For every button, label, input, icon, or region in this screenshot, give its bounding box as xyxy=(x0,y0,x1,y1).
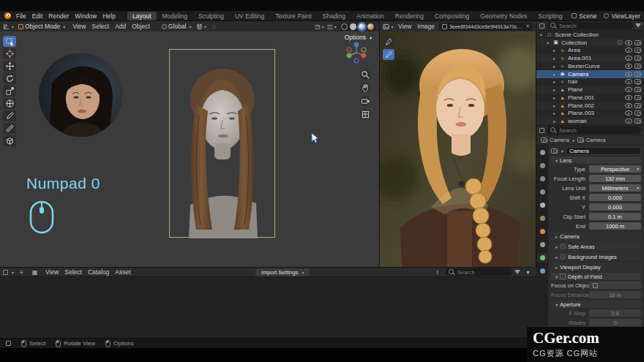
disclosure-icon[interactable]: ▸ xyxy=(552,118,557,124)
properties-tab-output[interactable] xyxy=(537,174,547,184)
toggle-ortho-icon[interactable] xyxy=(360,109,370,119)
panel-lens-header[interactable]: ▾Lens xyxy=(551,157,641,164)
menu-help[interactable]: Help xyxy=(100,12,118,20)
disclosure-icon[interactable]: ▸ xyxy=(552,72,557,77)
outliner-row-plane-001[interactable]: ▸▲Plane.001 xyxy=(536,94,644,102)
id-name-field[interactable]: Camera xyxy=(566,147,641,155)
visibility-eye-icon[interactable] xyxy=(625,118,632,124)
disclosure-icon[interactable]: ▸ xyxy=(552,110,557,116)
annotate-tool-icon[interactable] xyxy=(3,110,16,121)
workspace-tab-layout[interactable]: Layout xyxy=(127,12,157,20)
panel-dof-header[interactable]: ▾Depth of Field xyxy=(551,273,641,280)
shading-rendered-icon[interactable] xyxy=(367,23,374,30)
import-settings-dropdown[interactable]: Import Settings▾ xyxy=(255,268,310,276)
visibility-eye-icon[interactable] xyxy=(625,95,632,100)
visibility-eye-icon[interactable] xyxy=(625,72,632,77)
properties-tab-object[interactable] xyxy=(537,227,547,236)
workspace-tab-animation[interactable]: Animation xyxy=(351,12,389,20)
render-visibility-icon[interactable] xyxy=(634,118,641,124)
disclosure-icon[interactable]: ▸ xyxy=(552,87,557,92)
properties-tab-world[interactable] xyxy=(537,214,547,223)
outliner-row-area[interactable]: ▸☼Area xyxy=(536,47,644,55)
collection-checkbox[interactable] xyxy=(618,40,622,45)
viewport-3d[interactable]: Options▾ xyxy=(0,31,380,267)
viewport-menu-view[interactable]: View xyxy=(70,23,89,30)
outliner-search-input[interactable]: Search xyxy=(547,22,633,29)
select-box-tool-icon[interactable] xyxy=(3,36,16,47)
prop-dropdown-type[interactable]: Perspective▾ xyxy=(589,165,641,173)
add-cube-tool-icon[interactable] xyxy=(3,135,16,146)
editor-corner-icon[interactable] xyxy=(6,341,11,346)
unlink-datablock-icon[interactable]: ✕ xyxy=(525,23,530,29)
asset-browser-editor-icon[interactable] xyxy=(3,270,8,275)
asset-menu-catalog[interactable]: Catalog xyxy=(85,268,112,276)
prop-number-shift-x[interactable]: 0.000 xyxy=(589,194,641,201)
asset-menu-asset[interactable]: Asset xyxy=(112,268,133,276)
panel-background-images-header[interactable]: ▸Background Images xyxy=(551,252,641,261)
filter-icon[interactable] xyxy=(635,23,641,28)
prop-dropdown-lens-unit[interactable]: Millimeters▾ xyxy=(589,184,641,192)
properties-tab-constraints[interactable] xyxy=(537,240,547,249)
outliner-row-beziercurve[interactable]: ▸≈BezierCurve xyxy=(536,62,644,70)
outliner-row-plane[interactable]: ▸▲Plane xyxy=(536,86,644,94)
image-editor[interactable] xyxy=(380,31,536,267)
disclosure-icon[interactable]: ▾ xyxy=(539,32,544,37)
menu-edit[interactable]: Edit xyxy=(29,12,46,20)
outliner-row-camera[interactable]: ▸◉Camera xyxy=(536,70,644,78)
disclosure-icon[interactable]: ▾ xyxy=(545,40,550,45)
workspace-tab-compositing[interactable]: Compositing xyxy=(430,12,474,20)
viewport-menu-select[interactable]: Select xyxy=(89,23,113,30)
disclosure-icon[interactable]: ▸ xyxy=(552,48,557,53)
list-view-icon[interactable]: ≡ xyxy=(16,268,27,276)
image-datablock-field[interactable]: 3eee8f344d3ce6e9f4913a70ce9B ✕ xyxy=(439,23,533,31)
workspace-tab-geometry-nodes[interactable]: Geometry Nodes xyxy=(475,12,532,20)
properties-tab-render[interactable] xyxy=(537,161,547,170)
properties-tab-tool[interactable] xyxy=(537,148,547,157)
visibility-eye-icon[interactable] xyxy=(625,56,632,61)
workspace-tab-sculpting[interactable]: Sculpting xyxy=(193,12,229,20)
properties-editor-icon[interactable] xyxy=(539,128,544,133)
workspace-tab-modeling[interactable]: Modeling xyxy=(157,12,193,20)
properties-tab-scene[interactable] xyxy=(537,200,547,210)
dof-checkbox[interactable] xyxy=(560,274,566,279)
shading-material-icon[interactable] xyxy=(359,23,365,30)
render-visibility-icon[interactable] xyxy=(634,40,641,45)
visibility-eye-icon[interactable] xyxy=(625,110,632,116)
annotate-tool-icon[interactable] xyxy=(383,49,394,60)
menu-file[interactable]: File xyxy=(13,12,29,20)
visibility-eye-icon[interactable] xyxy=(625,79,632,84)
asset-menu-select[interactable]: Select xyxy=(61,268,85,276)
viewport-menu-add[interactable]: Add xyxy=(112,23,129,30)
move-tool-icon[interactable] xyxy=(3,61,16,72)
shading-wireframe-icon[interactable] xyxy=(341,23,348,30)
cursor-tool-icon[interactable] xyxy=(3,48,16,59)
disclosure-icon[interactable]: ▸ xyxy=(552,95,557,100)
disclosure-icon[interactable]: ▸ xyxy=(552,56,557,61)
proportional-edit-icon[interactable]: ◌ xyxy=(208,22,219,31)
outliner-row-woman[interactable]: ▸▲woman xyxy=(536,117,644,125)
render-visibility-icon[interactable] xyxy=(634,72,641,77)
disclosure-icon[interactable]: ▸ xyxy=(552,79,557,84)
render-visibility-icon[interactable] xyxy=(634,110,641,116)
viewlayer-selector[interactable]: ViewLayer xyxy=(604,12,640,20)
visibility-eye-icon[interactable] xyxy=(625,103,632,108)
prop-object-focus-on-object[interactable] xyxy=(589,282,641,289)
filter-icon[interactable] xyxy=(514,270,520,274)
image-menu-image[interactable]: Image xyxy=(414,23,438,30)
measure-tool-icon[interactable] xyxy=(3,123,16,134)
workspace-tab-texture-paint[interactable]: Texture Paint xyxy=(270,12,317,20)
workspace-tab-uv-editing[interactable]: UV Editing xyxy=(230,12,269,20)
prop-number-end[interactable]: 1000 m xyxy=(589,222,641,230)
panel-checkbox[interactable] xyxy=(561,254,566,260)
render-visibility-icon[interactable] xyxy=(634,48,641,53)
viewport-menu-object[interactable]: Object xyxy=(129,23,153,30)
camera-view-icon[interactable] xyxy=(360,96,370,106)
editor-type-icon[interactable]: ▾ xyxy=(383,22,394,31)
properties-tab-object-data[interactable] xyxy=(537,253,547,263)
render-visibility-icon[interactable] xyxy=(634,95,641,100)
display-settings-icon[interactable]: ▾ xyxy=(523,268,533,276)
render-visibility-icon[interactable] xyxy=(634,56,641,61)
zoom-icon[interactable] xyxy=(360,69,370,80)
render-visibility-icon[interactable] xyxy=(634,79,641,84)
visibility-eye-icon[interactable] xyxy=(625,48,632,53)
